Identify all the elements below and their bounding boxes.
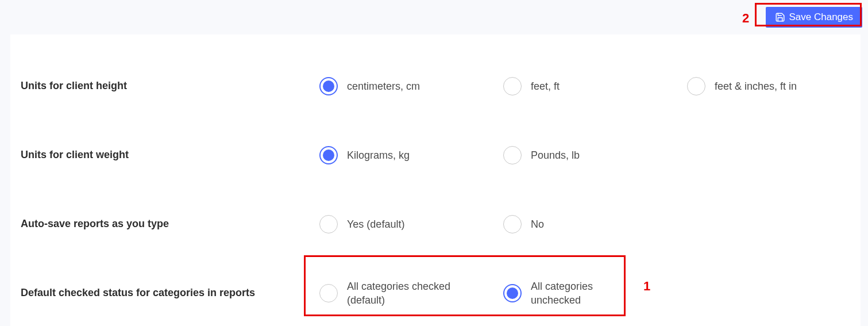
- save-icon: [775, 12, 785, 22]
- radio-icon: [319, 77, 338, 95]
- option-label: feet & inches, ft in: [715, 79, 797, 93]
- height-options: centimeters, cm feet, ft feet & inches, …: [319, 77, 850, 95]
- setting-label-autosave: Auto-save reports as you type: [21, 217, 319, 231]
- option-label: feet, ft: [531, 79, 560, 93]
- radio-option-height-ft[interactable]: feet, ft: [503, 77, 687, 95]
- default-checked-options: All categories checked (default) All cat…: [319, 279, 850, 308]
- option-label: No: [531, 217, 544, 231]
- option-label: Kilograms, kg: [347, 148, 410, 162]
- radio-option-autosave-no[interactable]: No: [503, 215, 687, 233]
- radio-option-default-checked[interactable]: All categories checked (default): [319, 279, 503, 308]
- radio-option-autosave-yes[interactable]: Yes (default): [319, 215, 503, 233]
- setting-row-weight: Units for client weight Kilograms, kg Po…: [21, 121, 850, 190]
- option-label: All categories checked (default): [347, 279, 462, 308]
- radio-option-height-ftin[interactable]: feet & inches, ft in: [687, 77, 848, 95]
- setting-label-default-checked: Default checked status for categories in…: [21, 286, 319, 300]
- radio-icon: [503, 77, 522, 95]
- radio-icon: [319, 284, 338, 302]
- radio-icon: [503, 215, 522, 233]
- weight-options: Kilograms, kg Pounds, lb: [319, 146, 850, 164]
- radio-icon: [503, 146, 522, 164]
- radio-icon: [687, 77, 705, 95]
- autosave-options: Yes (default) No: [319, 215, 850, 233]
- setting-label-height: Units for client height: [21, 79, 319, 93]
- header-bar: Save Changes: [0, 0, 868, 29]
- radio-option-weight-kg[interactable]: Kilograms, kg: [319, 146, 503, 164]
- option-label: Yes (default): [347, 217, 404, 231]
- option-label: centimeters, cm: [347, 79, 420, 93]
- radio-icon: [503, 284, 522, 302]
- radio-icon: [319, 146, 338, 164]
- radio-option-weight-lb[interactable]: Pounds, lb: [503, 146, 687, 164]
- save-changes-button[interactable]: Save Changes: [766, 7, 862, 28]
- option-label: Pounds, lb: [531, 148, 580, 162]
- radio-option-default-unchecked[interactable]: All categories unchecked: [503, 279, 687, 308]
- setting-row-autosave: Auto-save reports as you type Yes (defau…: [21, 190, 850, 259]
- setting-row-height: Units for client height centimeters, cm …: [21, 52, 850, 121]
- setting-row-default-checked: Default checked status for categories in…: [21, 259, 850, 326]
- save-button-label: Save Changes: [789, 11, 853, 23]
- radio-icon: [319, 215, 338, 233]
- option-label: All categories unchecked: [531, 279, 646, 308]
- radio-option-height-cm[interactable]: centimeters, cm: [319, 77, 503, 95]
- settings-card: Units for client height centimeters, cm …: [10, 34, 861, 326]
- setting-label-weight: Units for client weight: [21, 148, 319, 162]
